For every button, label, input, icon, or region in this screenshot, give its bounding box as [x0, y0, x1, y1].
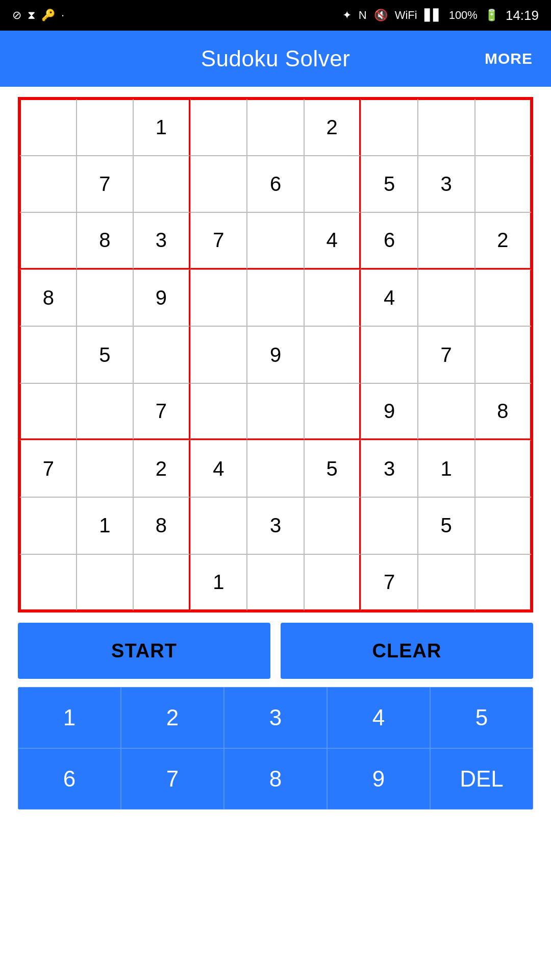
sudoku-cell[interactable]: [190, 326, 247, 383]
sudoku-cell[interactable]: [361, 326, 418, 383]
sudoku-cell[interactable]: [475, 497, 532, 554]
app-bar: Sudoku Solver MORE: [0, 31, 551, 87]
sudoku-cell[interactable]: [247, 99, 304, 156]
sudoku-cell[interactable]: [247, 440, 304, 497]
sudoku-cell[interactable]: [19, 383, 77, 440]
sudoku-cell[interactable]: 3: [418, 156, 475, 213]
sudoku-cell[interactable]: 2: [475, 212, 532, 270]
sudoku-cell[interactable]: 8: [475, 383, 532, 440]
sudoku-cell[interactable]: 1: [77, 497, 134, 554]
sudoku-cell[interactable]: 2: [133, 440, 190, 497]
sudoku-cell[interactable]: [475, 554, 532, 611]
sudoku-cell[interactable]: [190, 497, 247, 554]
sudoku-cell[interactable]: 8: [133, 497, 190, 554]
sudoku-cell[interactable]: [475, 440, 532, 497]
sudoku-cell[interactable]: 7: [361, 554, 418, 611]
sudoku-cell[interactable]: [247, 383, 304, 440]
sudoku-cell[interactable]: 4: [361, 270, 418, 327]
numpad-button-5[interactable]: 5: [430, 687, 533, 748]
sudoku-cell[interactable]: [77, 270, 134, 327]
sudoku-cell[interactable]: 4: [304, 212, 361, 270]
sudoku-cell[interactable]: 7: [190, 212, 247, 270]
sudoku-cell[interactable]: 1: [190, 554, 247, 611]
sudoku-cell[interactable]: 7: [133, 383, 190, 440]
sudoku-cell[interactable]: 3: [361, 440, 418, 497]
sudoku-cell[interactable]: [304, 270, 361, 327]
sudoku-cell[interactable]: [19, 212, 77, 270]
sudoku-cell[interactable]: 9: [247, 326, 304, 383]
sudoku-cell[interactable]: [190, 270, 247, 327]
sudoku-cell[interactable]: [247, 270, 304, 327]
sudoku-cell[interactable]: [418, 554, 475, 611]
sudoku-cell[interactable]: [19, 554, 77, 611]
sudoku-cell[interactable]: 5: [361, 156, 418, 213]
sudoku-cell[interactable]: [19, 497, 77, 554]
sudoku-cell[interactable]: [133, 554, 190, 611]
numpad-button-9[interactable]: 9: [327, 748, 430, 810]
sudoku-cell[interactable]: [418, 99, 475, 156]
sudoku-cell[interactable]: [19, 156, 77, 213]
sudoku-cell[interactable]: [361, 497, 418, 554]
sudoku-cell[interactable]: 8: [77, 212, 134, 270]
numpad-button-2[interactable]: 2: [121, 687, 224, 748]
sudoku-cell[interactable]: [418, 383, 475, 440]
sudoku-cell[interactable]: [190, 383, 247, 440]
sudoku-cell[interactable]: [247, 554, 304, 611]
sudoku-cell[interactable]: [133, 156, 190, 213]
sudoku-cell[interactable]: [77, 383, 134, 440]
numpad-button-7[interactable]: 7: [121, 748, 224, 810]
sudoku-cell[interactable]: [475, 156, 532, 213]
sudoku-cell[interactable]: 7: [19, 440, 77, 497]
sudoku-cell[interactable]: 4: [190, 440, 247, 497]
sudoku-cell[interactable]: [304, 326, 361, 383]
sudoku-cell[interactable]: 9: [133, 270, 190, 327]
sudoku-cell[interactable]: 8: [19, 270, 77, 327]
sudoku-cell[interactable]: 7: [418, 326, 475, 383]
sudoku-cell[interactable]: [133, 326, 190, 383]
sudoku-cell[interactable]: 1: [133, 99, 190, 156]
more-button[interactable]: MORE: [485, 50, 533, 67]
del-button[interactable]: DEL: [430, 748, 533, 810]
sudoku-cell[interactable]: [247, 212, 304, 270]
sudoku-cell[interactable]: [361, 99, 418, 156]
sudoku-cell[interactable]: [475, 326, 532, 383]
sudoku-cell[interactable]: 7: [77, 156, 134, 213]
signal-icon: ▋▋: [424, 9, 442, 22]
sudoku-cell[interactable]: 5: [77, 326, 134, 383]
sudoku-cell[interactable]: [475, 270, 532, 327]
sudoku-cell[interactable]: [190, 156, 247, 213]
grid-container: 127653837462894597798724531183517 START …: [0, 87, 551, 980]
mute-icon: 🔇: [374, 9, 388, 22]
sudoku-cell[interactable]: 6: [247, 156, 304, 213]
status-time: 14:19: [506, 8, 539, 23]
sudoku-cell[interactable]: 6: [361, 212, 418, 270]
sudoku-cell[interactable]: 2: [304, 99, 361, 156]
clear-button[interactable]: CLEAR: [281, 623, 533, 679]
sudoku-cell[interactable]: 3: [247, 497, 304, 554]
sudoku-cell[interactable]: 5: [418, 497, 475, 554]
battery-percent: 100%: [449, 9, 478, 22]
sudoku-cell[interactable]: [77, 440, 134, 497]
start-button[interactable]: START: [18, 623, 270, 679]
sudoku-cell[interactable]: [304, 554, 361, 611]
sudoku-cell[interactable]: 3: [133, 212, 190, 270]
sudoku-cell[interactable]: [304, 156, 361, 213]
sudoku-cell[interactable]: 1: [418, 440, 475, 497]
sudoku-cell[interactable]: [19, 99, 77, 156]
sudoku-cell[interactable]: [77, 99, 134, 156]
sudoku-cell[interactable]: [418, 212, 475, 270]
numpad-button-6[interactable]: 6: [18, 748, 121, 810]
sudoku-cell[interactable]: [418, 270, 475, 327]
numpad-button-1[interactable]: 1: [18, 687, 121, 748]
numpad-button-8[interactable]: 8: [224, 748, 327, 810]
sudoku-cell[interactable]: [19, 326, 77, 383]
sudoku-cell[interactable]: [304, 383, 361, 440]
sudoku-cell[interactable]: [77, 554, 134, 611]
sudoku-cell[interactable]: [190, 99, 247, 156]
sudoku-cell[interactable]: [475, 99, 532, 156]
numpad-button-4[interactable]: 4: [327, 687, 430, 748]
sudoku-cell[interactable]: [304, 497, 361, 554]
numpad-button-3[interactable]: 3: [224, 687, 327, 748]
sudoku-cell[interactable]: 5: [304, 440, 361, 497]
sudoku-cell[interactable]: 9: [361, 383, 418, 440]
